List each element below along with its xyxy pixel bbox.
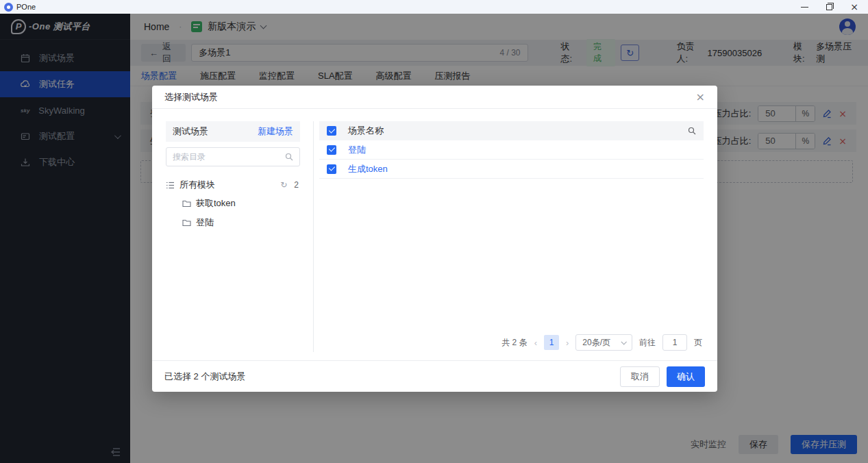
goto-page-input[interactable] xyxy=(662,334,687,351)
goto-label: 前往 xyxy=(639,337,656,349)
tree-node-label: 获取token xyxy=(196,197,236,210)
tree-search-input[interactable] xyxy=(173,152,285,162)
page-unit-label: 页 xyxy=(694,337,702,349)
page-number[interactable]: 1 xyxy=(544,335,559,350)
scenario-link[interactable]: 登陆 xyxy=(348,144,366,156)
select-scenario-modal: 选择测试场景 × 测试场景 新建场景 所有模 xyxy=(152,86,717,392)
select-all-checkbox[interactable] xyxy=(327,126,336,136)
restore-icon[interactable] xyxy=(826,4,832,10)
next-page-icon[interactable]: › xyxy=(566,338,569,348)
scenario-tree-panel: 测试场景 新建场景 所有模块 ↻ 2 xyxy=(166,121,300,360)
tree-list-icon xyxy=(166,181,175,190)
search-icon xyxy=(285,153,293,161)
panel-divider xyxy=(313,121,314,352)
page-size-select[interactable]: 20条/页 xyxy=(575,334,632,351)
tree-node-login[interactable]: 登陆 xyxy=(166,213,300,232)
close-icon[interactable]: × xyxy=(696,90,705,103)
refresh-tree-icon[interactable]: ↻ xyxy=(280,180,287,190)
tree-root-label: 所有模块 xyxy=(179,179,215,191)
modal-footer: 已选择 2 个测试场景 取消 确认 xyxy=(152,360,717,392)
tree-node-get-token[interactable]: 获取token xyxy=(166,194,300,213)
tree-panel-title: 测试场景 xyxy=(173,125,208,138)
scenario-table-panel: 场景名称 登陆 生成token 共 2 条 ‹ 1 xyxy=(319,121,704,360)
chevron-down-icon xyxy=(621,339,626,345)
tree-node-label: 登陆 xyxy=(196,216,214,229)
pagination-total: 共 2 条 xyxy=(501,337,527,349)
row-checkbox[interactable] xyxy=(327,145,336,155)
table-header-name: 场景名称 xyxy=(348,125,384,137)
search-icon[interactable] xyxy=(688,127,696,135)
pagination: 共 2 条 ‹ 1 › 20条/页 前往 页 xyxy=(319,327,704,360)
folder-icon xyxy=(182,219,191,227)
prev-page-icon[interactable]: ‹ xyxy=(534,338,537,348)
table-row: 生成token xyxy=(319,160,704,179)
row-checkbox[interactable] xyxy=(327,164,336,174)
os-titlebar: POne × xyxy=(0,0,868,14)
create-scenario-link[interactable]: 新建场景 xyxy=(258,125,293,138)
app-window: P -One 测试平台 测试场景 测试任务 sky SkyWalking xyxy=(0,14,868,463)
tree-root-all-modules[interactable]: 所有模块 ↻ 2 xyxy=(166,176,300,194)
modal-title: 选择测试场景 xyxy=(164,91,218,103)
tree-search-field xyxy=(166,147,300,166)
os-window-title: POne xyxy=(16,3,36,11)
minimize-icon[interactable] xyxy=(801,7,808,8)
folder-icon xyxy=(182,200,191,208)
cancel-button[interactable]: 取消 xyxy=(620,366,660,387)
screen: POne × P -One 测试平台 测试场景 测试任务 xyxy=(0,0,868,463)
app-icon xyxy=(4,3,13,12)
table-row: 登陆 xyxy=(319,140,704,160)
page-size-value: 20条/页 xyxy=(582,337,610,349)
tree-count: 2 xyxy=(294,180,299,190)
scenario-link[interactable]: 生成token xyxy=(348,163,388,175)
selected-count-text: 已选择 2 个测试场景 xyxy=(164,371,245,383)
table-header-row: 场景名称 xyxy=(319,121,704,140)
close-window-icon[interactable]: × xyxy=(850,2,858,12)
confirm-button[interactable]: 确认 xyxy=(667,366,705,387)
